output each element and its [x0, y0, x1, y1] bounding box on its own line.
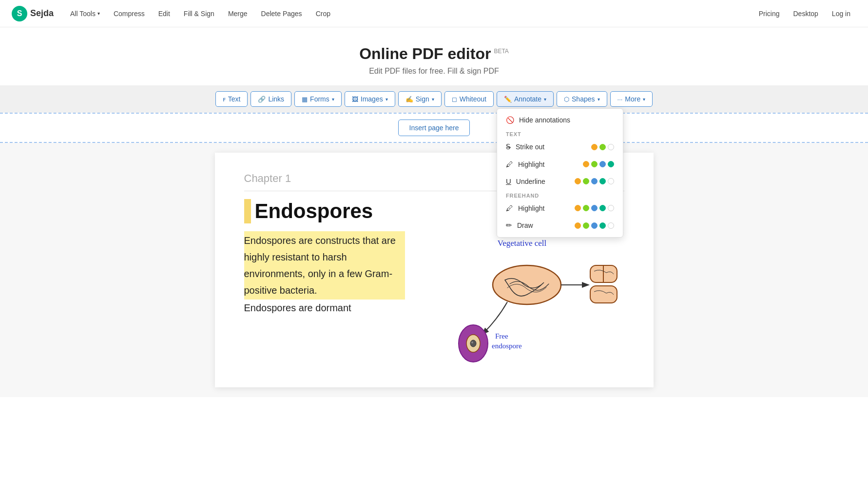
color-blue[interactable]: [599, 161, 606, 167]
chevron-down-icon: ▾: [544, 97, 546, 102]
svg-point-8: [471, 341, 473, 343]
navbar: S Sejda All Tools ▾ Compress Edit Fill &…: [0, 0, 868, 27]
body-text-2: Endospores are dormant: [244, 300, 405, 316]
color-orange[interactable]: [575, 222, 581, 229]
highlight-text-item[interactable]: 🖊 Highlight: [497, 156, 623, 173]
toolbar-links-button[interactable]: 🔗 Links: [251, 91, 291, 107]
svg-text:Free: Free: [495, 332, 508, 340]
color-blue[interactable]: [591, 205, 598, 211]
body-text-highlighted: Endospores are constructs that are highl…: [244, 231, 405, 300]
svg-text:Vegetative cell: Vegetative cell: [497, 239, 546, 248]
content-columns: Endospores are constructs that are highl…: [244, 231, 624, 368]
toolbar-more-button[interactable]: ··· More ▾: [610, 91, 653, 107]
nav-pricing-button[interactable]: Pricing: [753, 7, 786, 20]
color-white[interactable]: [608, 222, 614, 229]
chevron-down-icon: ▾: [432, 97, 434, 102]
underline-colors: [575, 178, 614, 184]
color-blue[interactable]: [591, 178, 598, 184]
draw-item[interactable]: ✏ Draw: [497, 217, 623, 234]
insert-page-bar: Insert page here: [0, 113, 868, 143]
nav-delete-pages[interactable]: Delete Pages: [256, 7, 307, 20]
toolbar-annotate-dropdown: ✏️ Annotate ▾ 🚫 Hide annotations TEXT S̶…: [497, 91, 554, 107]
color-teal[interactable]: [599, 205, 606, 211]
color-orange[interactable]: [575, 205, 581, 211]
bacteria-diagram: Vegetative cell: [420, 231, 624, 368]
annotate-icon: ✏️: [504, 96, 512, 103]
text-section-label: TEXT: [497, 128, 623, 138]
color-white[interactable]: [608, 178, 614, 184]
nav-right: Pricing Desktop Log in: [753, 7, 856, 20]
highlight-icon: 🖊: [506, 160, 513, 168]
svg-text:endospore: endospore: [492, 342, 522, 350]
strikeout-colors: [591, 144, 614, 150]
hide-annotations-icon: 🚫: [506, 116, 514, 124]
color-teal[interactable]: [608, 161, 614, 167]
text-column: Endospores are constructs that are highl…: [244, 231, 405, 316]
color-white[interactable]: [608, 205, 614, 211]
hero-subtitle: Edit PDF files for free. Fill & sign PDF: [8, 67, 860, 76]
chevron-down-icon: ▾: [97, 11, 100, 16]
highlight-text-colors: [583, 161, 614, 167]
highlight-freehand-colors: [575, 205, 614, 211]
color-green[interactable]: [583, 178, 589, 184]
whiteout-icon: ◻: [452, 96, 457, 103]
nav-fill-sign[interactable]: Fill & Sign: [179, 7, 219, 20]
draw-colors: [575, 222, 614, 229]
color-orange[interactable]: [575, 178, 581, 184]
toolbar-annotate-button[interactable]: ✏️ Annotate ▾: [497, 91, 554, 107]
nav-crop[interactable]: Crop: [311, 7, 335, 20]
nav-desktop-button[interactable]: Desktop: [787, 7, 824, 20]
sign-icon: ✍: [405, 96, 413, 103]
link-icon: 🔗: [258, 96, 266, 103]
insert-page-button[interactable]: Insert page here: [398, 120, 470, 136]
underline-item[interactable]: U Underline: [497, 173, 623, 190]
nav-edit[interactable]: Edit: [154, 7, 175, 20]
annotate-dropdown-menu: 🚫 Hide annotations TEXT S̶ Strike out 🖊: [497, 108, 623, 238]
toolbar-shapes-button[interactable]: ⬡ Shapes ▾: [557, 91, 607, 107]
logo-icon: S: [12, 6, 27, 21]
svg-rect-4: [590, 286, 617, 303]
color-green[interactable]: [583, 222, 589, 229]
color-green[interactable]: [583, 205, 589, 211]
color-teal[interactable]: [599, 222, 606, 229]
toolbar-text-button[interactable]: ꜰ Text: [215, 91, 248, 107]
strike-out-item[interactable]: S̶ Strike out: [497, 138, 623, 156]
chevron-down-icon: ▾: [598, 97, 600, 102]
color-teal[interactable]: [599, 178, 606, 184]
color-orange[interactable]: [583, 161, 589, 167]
color-orange[interactable]: [591, 144, 598, 150]
chevron-down-icon: ▾: [643, 97, 645, 102]
chapter-label: Chapter 1: [244, 172, 291, 185]
hero-section: Online PDF editorBETA Edit PDF files for…: [0, 27, 868, 85]
hide-annotations-item[interactable]: 🚫 Hide annotations: [497, 112, 623, 128]
page-title: Online PDF editorBETA: [8, 45, 860, 63]
toolbar-sign-button[interactable]: ✍ Sign ▾: [398, 91, 442, 107]
highlight-freehand-item[interactable]: 🖊 Highlight: [497, 200, 623, 217]
draw-icon: ✏: [506, 221, 512, 230]
forms-icon: ▦: [302, 96, 308, 103]
diagram-placeholder: Vegetative cell: [420, 231, 624, 368]
svg-point-7: [470, 340, 476, 347]
logo[interactable]: S Sejda: [12, 6, 54, 21]
beta-badge: BETA: [494, 48, 508, 55]
freehand-highlight-icon: 🖊: [506, 204, 513, 212]
underline-icon: U: [506, 177, 511, 185]
toolbar-whiteout-button[interactable]: ◻ Whiteout: [444, 91, 494, 107]
nav-compress[interactable]: Compress: [109, 7, 150, 20]
yellow-accent-bar: [244, 199, 251, 223]
nav-merge[interactable]: Merge: [223, 7, 252, 20]
images-icon: 🖼: [352, 96, 358, 103]
chevron-down-icon: ▾: [386, 97, 388, 102]
color-blue[interactable]: [591, 222, 598, 229]
nav-all-tools[interactable]: All Tools ▾: [65, 7, 105, 20]
color-green[interactable]: [599, 144, 606, 150]
toolbar-forms-button[interactable]: ▦ Forms ▾: [294, 91, 342, 107]
text-format-icon: ꜰ: [223, 96, 226, 103]
color-green[interactable]: [591, 161, 598, 167]
nav-login-button[interactable]: Log in: [826, 7, 856, 20]
toolbar-images-button[interactable]: 🖼 Images ▾: [345, 91, 395, 107]
more-icon: ···: [617, 96, 623, 103]
color-white[interactable]: [608, 144, 614, 150]
strikeout-icon: S̶: [506, 142, 511, 151]
toolbar-wrap: ꜰ Text 🔗 Links ▦ Forms ▾ 🖼 Images ▾ ✍ Si…: [0, 85, 868, 113]
